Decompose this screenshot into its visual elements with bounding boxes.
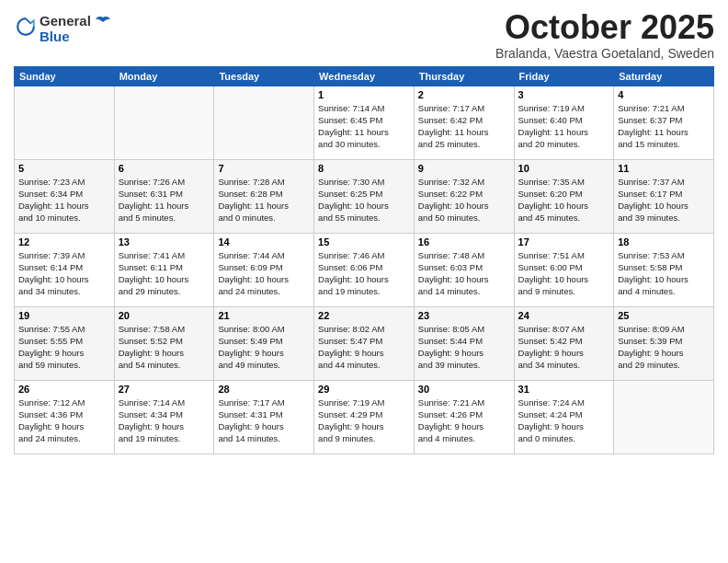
- logo-blue: Blue: [40, 29, 111, 44]
- day-number: 14: [218, 236, 310, 247]
- day-header-saturday: Saturday: [614, 66, 714, 86]
- day-info: Sunrise: 7:23 AM Sunset: 6:34 PM Dayligh…: [18, 176, 110, 224]
- calendar-cell: 4Sunrise: 7:21 AM Sunset: 6:37 PM Daylig…: [614, 86, 714, 159]
- calendar-cell: 19Sunrise: 7:55 AM Sunset: 5:55 PM Dayli…: [15, 306, 115, 380]
- logo-bird-icon: [95, 16, 111, 29]
- day-number: 23: [418, 310, 510, 321]
- day-number: 9: [418, 163, 510, 174]
- day-info: Sunrise: 7:53 AM Sunset: 5:58 PM Dayligh…: [618, 249, 710, 298]
- day-number: 28: [218, 384, 310, 395]
- page: General Blue October 2025 Bralanda, Vaes…: [0, 0, 728, 563]
- day-header-friday: Friday: [514, 66, 614, 86]
- day-info: Sunrise: 7:12 AM Sunset: 4:36 PM Dayligh…: [18, 396, 110, 445]
- day-info: Sunrise: 7:58 AM Sunset: 5:52 PM Dayligh…: [119, 323, 210, 372]
- calendar-cell: [614, 380, 714, 454]
- calendar-cell: 23Sunrise: 8:05 AM Sunset: 5:44 PM Dayli…: [414, 306, 514, 380]
- day-number: 3: [518, 89, 610, 100]
- day-number: 1: [318, 89, 410, 100]
- day-info: Sunrise: 7:19 AM Sunset: 6:40 PM Dayligh…: [518, 102, 610, 151]
- day-number: 6: [119, 163, 210, 174]
- day-info: Sunrise: 7:35 AM Sunset: 6:20 PM Dayligh…: [518, 176, 610, 224]
- calendar-cell: 17Sunrise: 7:51 AM Sunset: 6:00 PM Dayli…: [514, 233, 614, 306]
- calendar-table: SundayMondayTuesdayWednesdayThursdayFrid…: [14, 66, 714, 454]
- day-number: 8: [318, 163, 410, 174]
- calendar-cell: 30Sunrise: 7:21 AM Sunset: 4:26 PM Dayli…: [414, 380, 514, 454]
- day-info: Sunrise: 8:09 AM Sunset: 5:39 PM Dayligh…: [618, 323, 710, 372]
- day-header-monday: Monday: [114, 66, 214, 86]
- calendar-cell: 28Sunrise: 7:17 AM Sunset: 4:31 PM Dayli…: [214, 380, 314, 454]
- day-number: 20: [119, 310, 210, 321]
- day-header-wednesday: Wednesday: [314, 66, 415, 86]
- calendar-cell: [15, 86, 115, 159]
- logo-general: General: [40, 13, 91, 29]
- calendar-cell: 27Sunrise: 7:14 AM Sunset: 4:34 PM Dayli…: [114, 380, 214, 454]
- day-number: 2: [418, 89, 510, 100]
- day-info: Sunrise: 7:24 AM Sunset: 4:24 PM Dayligh…: [518, 396, 610, 445]
- calendar-cell: [214, 86, 314, 159]
- calendar-cell: 12Sunrise: 7:39 AM Sunset: 6:14 PM Dayli…: [15, 233, 115, 306]
- day-info: Sunrise: 7:17 AM Sunset: 6:42 PM Dayligh…: [418, 102, 510, 151]
- day-number: 21: [218, 310, 310, 321]
- calendar-cell: 1Sunrise: 7:14 AM Sunset: 6:45 PM Daylig…: [314, 86, 415, 159]
- day-info: Sunrise: 7:41 AM Sunset: 6:11 PM Dayligh…: [119, 249, 210, 298]
- calendar-cell: 20Sunrise: 7:58 AM Sunset: 5:52 PM Dayli…: [114, 306, 214, 380]
- day-number: 29: [318, 384, 410, 395]
- calendar-cell: 31Sunrise: 7:24 AM Sunset: 4:24 PM Dayli…: [514, 380, 614, 454]
- calendar-cell: 11Sunrise: 7:37 AM Sunset: 6:17 PM Dayli…: [614, 159, 714, 233]
- day-info: Sunrise: 7:44 AM Sunset: 6:09 PM Dayligh…: [218, 249, 310, 298]
- day-header-thursday: Thursday: [414, 66, 514, 86]
- calendar-cell: 29Sunrise: 7:19 AM Sunset: 4:29 PM Dayli…: [314, 380, 415, 454]
- calendar-cell: 5Sunrise: 7:23 AM Sunset: 6:34 PM Daylig…: [15, 159, 115, 233]
- day-info: Sunrise: 8:07 AM Sunset: 5:42 PM Dayligh…: [518, 323, 610, 372]
- calendar-cell: 3Sunrise: 7:19 AM Sunset: 6:40 PM Daylig…: [514, 86, 614, 159]
- day-info: Sunrise: 7:14 AM Sunset: 4:34 PM Dayligh…: [119, 396, 210, 445]
- calendar-cell: 26Sunrise: 7:12 AM Sunset: 4:36 PM Dayli…: [15, 380, 115, 454]
- day-header-tuesday: Tuesday: [214, 66, 314, 86]
- location: Bralanda, Vaestra Goetaland, Sweden: [495, 46, 714, 61]
- day-info: Sunrise: 7:32 AM Sunset: 6:22 PM Dayligh…: [418, 176, 510, 224]
- calendar-cell: 22Sunrise: 8:02 AM Sunset: 5:47 PM Dayli…: [314, 306, 415, 380]
- day-number: 27: [119, 384, 210, 395]
- day-number: 26: [18, 384, 110, 395]
- day-info: Sunrise: 7:21 AM Sunset: 4:26 PM Dayligh…: [418, 396, 510, 445]
- day-info: Sunrise: 7:37 AM Sunset: 6:17 PM Dayligh…: [618, 176, 710, 224]
- calendar-cell: 24Sunrise: 8:07 AM Sunset: 5:42 PM Dayli…: [514, 306, 614, 380]
- calendar-cell: 18Sunrise: 7:53 AM Sunset: 5:58 PM Dayli…: [614, 233, 714, 306]
- day-number: 30: [418, 384, 510, 395]
- day-number: 19: [18, 310, 110, 321]
- day-info: Sunrise: 7:21 AM Sunset: 6:37 PM Dayligh…: [618, 102, 710, 151]
- calendar-cell: 21Sunrise: 8:00 AM Sunset: 5:49 PM Dayli…: [214, 306, 314, 380]
- calendar-cell: 6Sunrise: 7:26 AM Sunset: 6:31 PM Daylig…: [114, 159, 214, 233]
- calendar-cell: 2Sunrise: 7:17 AM Sunset: 6:42 PM Daylig…: [414, 86, 514, 159]
- calendar-week-4: 19Sunrise: 7:55 AM Sunset: 5:55 PM Dayli…: [15, 306, 714, 380]
- day-number: 13: [119, 236, 210, 247]
- calendar-cell: [114, 86, 214, 159]
- day-info: Sunrise: 7:46 AM Sunset: 6:06 PM Dayligh…: [318, 249, 410, 298]
- day-info: Sunrise: 7:55 AM Sunset: 5:55 PM Dayligh…: [18, 323, 110, 372]
- header: General Blue October 2025 Bralanda, Vaes…: [14, 9, 714, 61]
- day-number: 4: [618, 89, 710, 100]
- logo: General Blue: [14, 13, 111, 45]
- calendar-header-row: SundayMondayTuesdayWednesdayThursdayFrid…: [15, 66, 714, 86]
- calendar-cell: 25Sunrise: 8:09 AM Sunset: 5:39 PM Dayli…: [614, 306, 714, 380]
- day-info: Sunrise: 7:39 AM Sunset: 6:14 PM Dayligh…: [18, 249, 110, 298]
- day-number: 11: [618, 163, 710, 174]
- calendar-week-1: 1Sunrise: 7:14 AM Sunset: 6:45 PM Daylig…: [15, 86, 714, 159]
- day-number: 15: [318, 236, 410, 247]
- day-info: Sunrise: 7:48 AM Sunset: 6:03 PM Dayligh…: [418, 249, 510, 298]
- day-number: 25: [618, 310, 710, 321]
- calendar-week-5: 26Sunrise: 7:12 AM Sunset: 4:36 PM Dayli…: [15, 380, 714, 454]
- day-number: 17: [518, 236, 610, 247]
- day-number: 10: [518, 163, 610, 174]
- day-info: Sunrise: 7:19 AM Sunset: 4:29 PM Dayligh…: [318, 396, 410, 445]
- day-info: Sunrise: 7:51 AM Sunset: 6:00 PM Dayligh…: [518, 249, 610, 298]
- day-number: 24: [518, 310, 610, 321]
- logo-icon: [16, 17, 36, 37]
- day-info: Sunrise: 8:05 AM Sunset: 5:44 PM Dayligh…: [418, 323, 510, 372]
- day-number: 16: [418, 236, 510, 247]
- day-header-sunday: Sunday: [15, 66, 115, 86]
- day-number: 12: [18, 236, 110, 247]
- calendar-cell: 14Sunrise: 7:44 AM Sunset: 6:09 PM Dayli…: [214, 233, 314, 306]
- calendar-cell: 13Sunrise: 7:41 AM Sunset: 6:11 PM Dayli…: [114, 233, 214, 306]
- calendar-cell: 16Sunrise: 7:48 AM Sunset: 6:03 PM Dayli…: [414, 233, 514, 306]
